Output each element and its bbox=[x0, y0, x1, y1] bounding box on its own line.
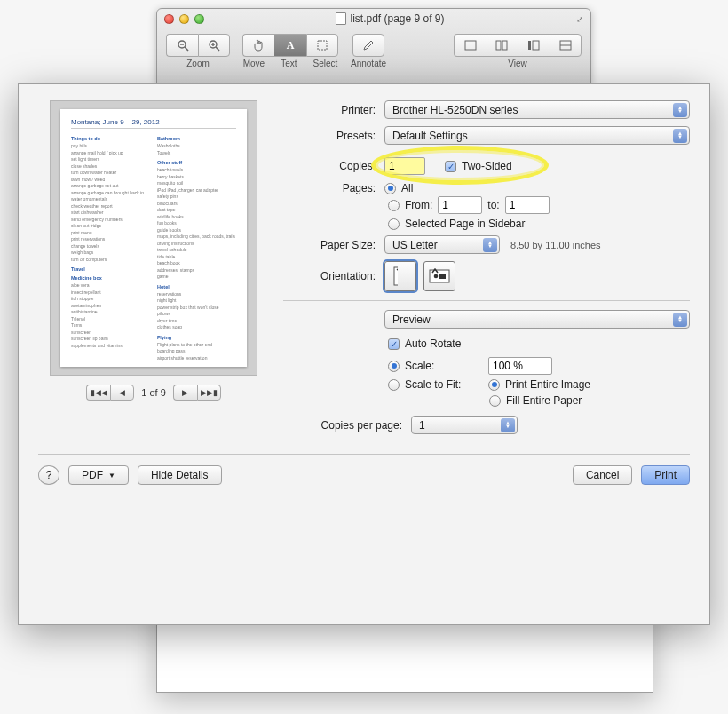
svg-rect-7 bbox=[318, 41, 327, 50]
pdf-menu-button[interactable]: PDF▼ bbox=[68, 465, 129, 485]
svg-rect-10 bbox=[502, 41, 507, 50]
presets-label: Presets: bbox=[283, 130, 379, 142]
zoom-group-label: Zoom bbox=[186, 59, 210, 68]
svg-rect-8 bbox=[465, 41, 476, 50]
orientation-landscape[interactable] bbox=[423, 261, 455, 291]
svg-rect-9 bbox=[496, 41, 501, 50]
paper-size-label: Paper Size: bbox=[283, 239, 379, 251]
view-mode-2[interactable] bbox=[486, 34, 518, 57]
help-button[interactable]: ? bbox=[38, 465, 59, 485]
annotate-button[interactable] bbox=[352, 34, 384, 57]
pages-all-radio[interactable] bbox=[384, 183, 396, 194]
svg-rect-20 bbox=[439, 274, 446, 279]
zoom-out-button[interactable] bbox=[166, 34, 198, 57]
paper-size-select[interactable]: US Letter▲▼ bbox=[384, 235, 500, 254]
preview-first-page[interactable]: ▮◀◀ bbox=[86, 385, 110, 401]
preview-next-page[interactable]: ▶ bbox=[173, 385, 197, 401]
printer-label: Printer: bbox=[283, 104, 379, 116]
minimize-window-button[interactable] bbox=[179, 14, 189, 24]
scale-to-fit-radio[interactable] bbox=[388, 379, 400, 391]
print-button[interactable]: Print bbox=[641, 465, 690, 485]
preview-page-counter: 1 of 9 bbox=[141, 387, 166, 398]
two-sided-label: Two-Sided bbox=[462, 160, 512, 172]
preview-page: Montana; June 9 – 29, 2012 Things to do … bbox=[60, 109, 247, 367]
orientation-label: Orientation: bbox=[283, 270, 379, 282]
pages-from-radio[interactable] bbox=[388, 200, 400, 211]
presets-select[interactable]: Default Settings▲▼ bbox=[384, 126, 690, 145]
orientation-portrait[interactable] bbox=[384, 261, 416, 291]
close-window-button[interactable] bbox=[164, 14, 174, 24]
print-preview-pane: Montana; June 9 – 29, 2012 Things to do … bbox=[50, 100, 257, 376]
scale-radio[interactable] bbox=[388, 361, 400, 372]
printer-select[interactable]: Brother HL-5250DN series▲▼ bbox=[384, 100, 690, 119]
svg-line-4 bbox=[216, 47, 219, 51]
svg-rect-12 bbox=[533, 41, 539, 50]
copies-per-page-select[interactable]: 1▲▼ bbox=[411, 416, 518, 434]
app-options-select[interactable]: Preview▲▼ bbox=[384, 310, 690, 329]
copies-label: Copies: bbox=[283, 160, 379, 172]
preview-last-page[interactable]: ▶▶▮ bbox=[197, 385, 221, 401]
select-tool-button[interactable] bbox=[306, 34, 338, 57]
view-mode-1[interactable] bbox=[454, 34, 486, 57]
view-mode-4[interactable] bbox=[550, 34, 582, 57]
pages-from-input[interactable] bbox=[438, 196, 482, 214]
move-tool-button[interactable] bbox=[242, 34, 274, 57]
svg-rect-11 bbox=[528, 41, 531, 50]
text-tool-button[interactable]: A bbox=[274, 34, 306, 57]
document-icon bbox=[336, 12, 346, 25]
two-sided-checkbox[interactable]: ✓ bbox=[445, 161, 456, 172]
copies-per-page-label: Copies per page: bbox=[283, 419, 406, 432]
pages-selected-radio[interactable] bbox=[388, 218, 400, 230]
fit-print-entire-radio[interactable] bbox=[488, 379, 500, 391]
window-titlebar: list.pdf (page 9 of 9) ⤢ Zoom A Move Tex… bbox=[156, 8, 591, 83]
preview-prev-page[interactable]: ◀ bbox=[110, 385, 134, 401]
fit-fill-paper-radio[interactable] bbox=[489, 395, 501, 407]
zoom-window-button[interactable] bbox=[194, 14, 204, 24]
zoom-in-button[interactable] bbox=[198, 34, 230, 57]
svg-line-1 bbox=[185, 47, 188, 51]
cancel-button[interactable]: Cancel bbox=[573, 465, 632, 485]
fullscreen-icon[interactable]: ⤢ bbox=[576, 14, 583, 24]
window-title: list.pdf (page 9 of 9) bbox=[204, 12, 576, 25]
pages-label: Pages: bbox=[283, 182, 379, 194]
hide-details-button[interactable]: Hide Details bbox=[138, 465, 222, 485]
auto-rotate-checkbox[interactable]: ✓ bbox=[388, 338, 400, 350]
scale-input[interactable] bbox=[488, 357, 552, 375]
print-dialog: Montana; June 9 – 29, 2012 Things to do … bbox=[18, 83, 710, 625]
view-mode-3[interactable] bbox=[518, 34, 550, 57]
copies-input[interactable] bbox=[384, 157, 425, 175]
pages-to-input[interactable] bbox=[505, 196, 550, 214]
svg-point-19 bbox=[434, 274, 439, 279]
paper-dimensions: 8.50 by 11.00 inches bbox=[510, 240, 601, 250]
